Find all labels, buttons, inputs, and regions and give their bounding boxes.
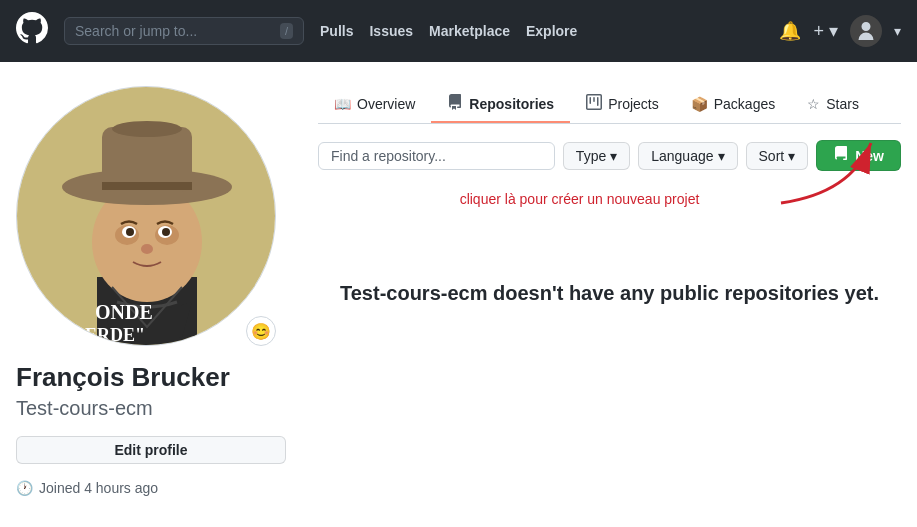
main-container: ONDE ERDE" 😊 François Brucker Test-cours… (0, 62, 917, 520)
empty-state-text: Test-cours-ecm doesn't have any public r… (338, 279, 881, 307)
tab-repositories-label: Repositories (469, 96, 554, 112)
tab-projects-label: Projects (608, 96, 659, 112)
create-new-button[interactable]: + ▾ (813, 20, 838, 42)
language-label: Language (651, 148, 713, 164)
tab-stars[interactable]: ☆ Stars (791, 86, 875, 123)
avatar-chevron: ▾ (894, 23, 901, 39)
nav-issues[interactable]: Issues (369, 23, 413, 39)
tab-repositories[interactable]: Repositories (431, 86, 570, 123)
search-box[interactable]: / (64, 17, 304, 45)
notifications-button[interactable]: 🔔 (779, 20, 801, 42)
joined-text: Joined 4 hours ago (39, 480, 158, 496)
user-avatar-nav[interactable] (850, 15, 882, 47)
svg-text:ONDE: ONDE (95, 301, 153, 323)
svg-rect-6 (102, 182, 192, 190)
empty-state: Test-cours-ecm doesn't have any public r… (318, 239, 901, 347)
tab-packages-label: Packages (714, 96, 775, 112)
nav-pulls[interactable]: Pulls (320, 23, 353, 39)
annotation-container: cliquer là pour créer un nouveau projet (318, 183, 901, 215)
tab-stars-label: Stars (826, 96, 859, 112)
svg-point-5 (112, 121, 182, 137)
emoji-button[interactable]: 😊 (246, 316, 276, 346)
annotation-text: cliquer là pour créer un nouveau projet (318, 183, 901, 215)
type-label: Type (576, 148, 606, 164)
navbar: / Pulls Issues Marketplace Explore 🔔 + ▾… (0, 0, 917, 62)
profile-username: Test-cours-ecm (16, 397, 286, 420)
arrow-annotation-icon (771, 133, 891, 213)
tab-overview-label: Overview (357, 96, 415, 112)
nav-explore[interactable]: Explore (526, 23, 577, 39)
packages-icon: 📦 (691, 96, 708, 112)
svg-text:ERDE": ERDE" (85, 325, 145, 345)
profile-avatar: ONDE ERDE" (16, 86, 276, 346)
overview-icon: 📖 (334, 96, 351, 112)
tabs-nav: 📖 Overview Repositories Projects 📦 Packa… (318, 86, 901, 124)
nav-actions: 🔔 + ▾ ▾ (779, 15, 901, 47)
stars-icon: ☆ (807, 96, 820, 112)
type-filter-button[interactable]: Type ▾ (563, 142, 630, 170)
repositories-icon (447, 94, 463, 113)
tab-packages[interactable]: 📦 Packages (675, 86, 791, 123)
content-area: 📖 Overview Repositories Projects 📦 Packa… (318, 86, 901, 496)
profile-display-name: François Brucker (16, 362, 286, 393)
type-chevron-icon: ▾ (610, 148, 617, 164)
svg-point-12 (162, 228, 170, 236)
github-logo-icon[interactable] (16, 12, 48, 50)
projects-icon (586, 94, 602, 113)
language-chevron-icon: ▾ (718, 148, 725, 164)
edit-profile-button[interactable]: Edit profile (16, 436, 286, 464)
nav-marketplace[interactable]: Marketplace (429, 23, 510, 39)
search-kbd: / (280, 23, 293, 39)
sidebar: ONDE ERDE" 😊 François Brucker Test-cours… (16, 86, 286, 496)
search-input[interactable] (75, 23, 274, 39)
clock-icon: 🕐 (16, 480, 33, 496)
joined-info: 🕐 Joined 4 hours ago (16, 480, 286, 496)
nav-links: Pulls Issues Marketplace Explore (320, 23, 577, 39)
tab-projects[interactable]: Projects (570, 86, 675, 123)
svg-point-11 (126, 228, 134, 236)
find-repo-input[interactable] (318, 142, 555, 170)
tab-overview[interactable]: 📖 Overview (318, 86, 431, 123)
svg-point-13 (141, 244, 153, 254)
language-filter-button[interactable]: Language ▾ (638, 142, 737, 170)
